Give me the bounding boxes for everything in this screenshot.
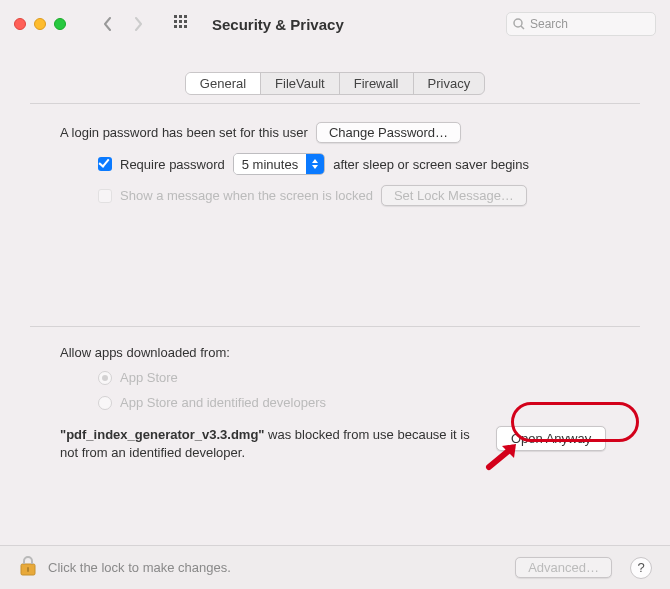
allow-identified-label: App Store and identified developers — [120, 395, 326, 410]
footer: Click the lock to make changes. Advanced… — [0, 545, 670, 589]
allow-apps-heading: Allow apps downloaded from: — [60, 345, 640, 360]
svg-rect-3 — [174, 20, 177, 23]
window-title: Security & Privacy — [212, 16, 344, 33]
svg-rect-7 — [179, 25, 182, 28]
login-password-row: A login password has been set for this u… — [60, 122, 640, 143]
after-sleep-text: after sleep or screen saver begins — [333, 157, 529, 172]
help-button[interactable]: ? — [630, 557, 652, 579]
open-anyway-button[interactable]: Open Anyway — [496, 426, 606, 451]
svg-rect-1 — [179, 15, 182, 18]
svg-point-9 — [514, 19, 522, 27]
allow-apps-section: Allow apps downloaded from: App Store Ap… — [30, 326, 640, 462]
forward-button[interactable] — [126, 12, 150, 36]
lock-icon[interactable] — [18, 555, 38, 580]
window-controls — [14, 18, 66, 30]
allow-app-store-label: App Store — [120, 370, 178, 385]
divider — [30, 326, 640, 327]
show-message-row: Show a message when the screen is locked… — [98, 185, 640, 206]
tab-bar: General FileVault Firewall Privacy — [30, 72, 640, 95]
nav-buttons — [96, 12, 150, 36]
tab-privacy[interactable]: Privacy — [414, 73, 485, 94]
search-field[interactable]: Search — [506, 12, 656, 36]
blocked-filename: "pdf_index_generator_v3.3.dmg" — [60, 427, 265, 442]
tab-firewall[interactable]: Firewall — [340, 73, 414, 94]
allow-app-store-row: App Store — [98, 370, 640, 385]
svg-line-10 — [521, 26, 524, 29]
minimize-window-button[interactable] — [34, 18, 46, 30]
svg-rect-12 — [27, 567, 29, 572]
svg-rect-5 — [184, 20, 187, 23]
require-password-checkbox[interactable] — [98, 157, 112, 171]
allow-identified-row: App Store and identified developers — [98, 395, 640, 410]
show-message-label: Show a message when the screen is locked — [120, 188, 373, 203]
close-window-button[interactable] — [14, 18, 26, 30]
svg-rect-2 — [184, 15, 187, 18]
search-placeholder: Search — [530, 17, 568, 31]
titlebar: Security & Privacy Search — [0, 0, 670, 48]
svg-rect-8 — [184, 25, 187, 28]
password-delay-value: 5 minutes — [234, 154, 306, 174]
divider — [30, 103, 640, 104]
back-button[interactable] — [96, 12, 120, 36]
tab-filevault[interactable]: FileVault — [261, 73, 340, 94]
content-area: General FileVault Firewall Privacy A log… — [0, 48, 670, 462]
set-lock-message-button: Set Lock Message… — [381, 185, 527, 206]
svg-rect-0 — [174, 15, 177, 18]
zoom-window-button[interactable] — [54, 18, 66, 30]
blocked-app-text: "pdf_index_generator_v3.3.dmg" was block… — [60, 426, 480, 462]
change-password-button[interactable]: Change Password… — [316, 122, 461, 143]
advanced-button[interactable]: Advanced… — [515, 557, 612, 578]
allow-app-store-radio — [98, 371, 112, 385]
login-password-text: A login password has been set for this u… — [60, 125, 308, 140]
require-password-row: Require password 5 minutes after sleep o… — [98, 153, 640, 175]
stepper-icon — [306, 154, 324, 174]
show-message-checkbox — [98, 189, 112, 203]
svg-rect-6 — [174, 25, 177, 28]
tab-general[interactable]: General — [186, 73, 261, 94]
allow-identified-radio — [98, 396, 112, 410]
show-all-prefs-button[interactable] — [174, 15, 190, 34]
password-delay-select[interactable]: 5 minutes — [233, 153, 325, 175]
lock-text: Click the lock to make changes. — [48, 560, 231, 575]
svg-rect-4 — [179, 20, 182, 23]
search-icon — [513, 18, 525, 30]
require-password-label: Require password — [120, 157, 225, 172]
blocked-app-row: "pdf_index_generator_v3.3.dmg" was block… — [60, 426, 640, 462]
